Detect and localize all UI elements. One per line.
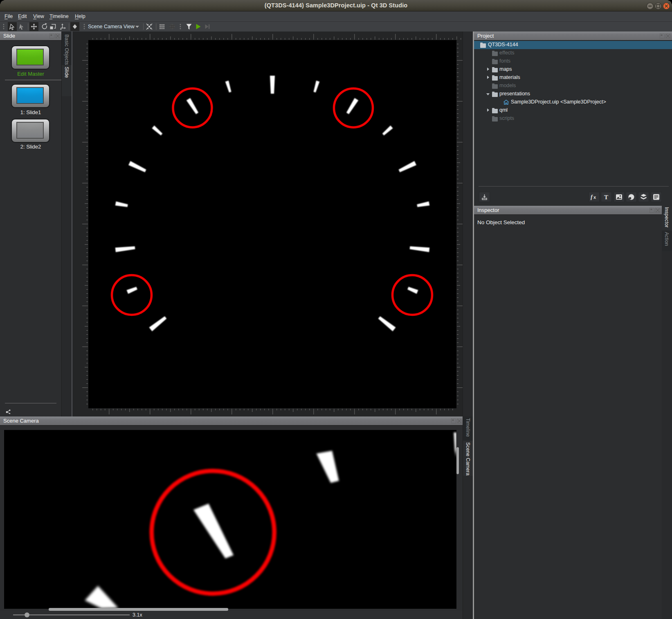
svg-text:f: f xyxy=(591,194,593,200)
svg-text:x: x xyxy=(593,195,596,200)
svg-text:T: T xyxy=(604,194,608,200)
